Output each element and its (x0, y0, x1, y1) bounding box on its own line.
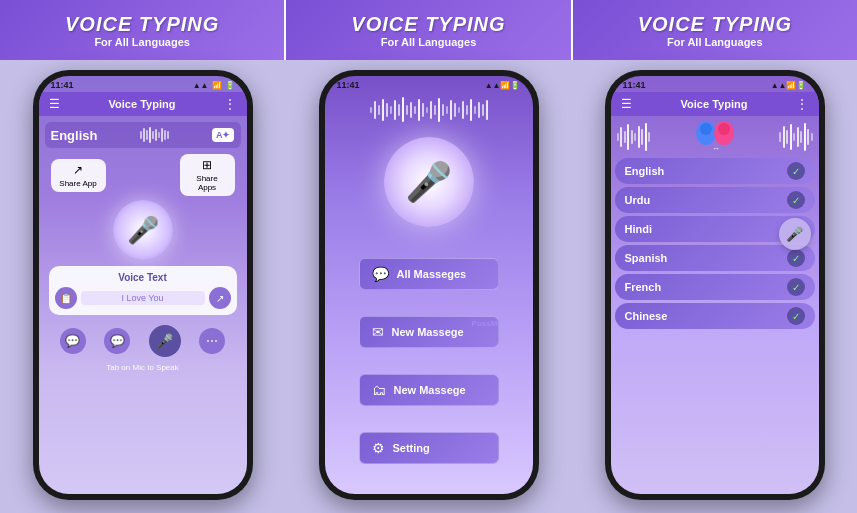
phone-2-frame: 11:41 ▲▲📶🔋 (319, 70, 539, 500)
phone-3-status-bar: 11:41 ▲▲📶🔋 (611, 76, 819, 92)
phone-3-wave-face-row: ↔ (611, 116, 819, 158)
phone-2-wrapper: 11:41 ▲▲📶🔋 (296, 70, 561, 503)
banner-1-title: VOICE TYPING (65, 13, 219, 36)
watermark: PossMore.com (472, 319, 529, 328)
lang-item-chinese[interactable]: Chinese ✓ (615, 303, 815, 329)
banner-2-subtitle: For All Languages (381, 36, 477, 48)
phone-3-status-icons: ▲▲📶🔋 (771, 81, 807, 90)
text-actions: 📋 I Love You ↗ (55, 287, 231, 309)
phone-2-menu: 💬 All Masseges ✉ New Massege 🗂 New Masse… (325, 232, 533, 494)
lang-item-urdu[interactable]: Urdu ✓ (615, 187, 815, 213)
bottom-mic-btn[interactable]: 🎤 (149, 325, 181, 357)
grid-icon: 🗂 (372, 382, 386, 398)
banner-1: VOICE TYPING For All Languages (0, 0, 284, 60)
lang-item-hindi[interactable]: Hindi 🎤 (615, 216, 815, 242)
banner-2: VOICE TYPING For All Languages (284, 0, 572, 60)
lang-check-spanish: ✓ (787, 249, 805, 267)
phone-3-time: 11:41 (623, 80, 646, 90)
tab-hint: Tab on Mic to Speak (45, 361, 241, 376)
share-app-btn-1[interactable]: ↗ Share App (51, 159, 106, 192)
top-banners: VOICE TYPING For All Languages VOICE TYP… (0, 0, 857, 60)
phone-1-time: 11:41 (51, 80, 74, 90)
phone-1-status-icons: ▲▲ 📶 🔋 (193, 81, 235, 90)
mic-main-icon: 🎤 (127, 215, 159, 246)
banner-1-subtitle: For All Languages (94, 36, 190, 48)
phone-3-frame: 11:41 ▲▲📶🔋 ☰ Voice Typing ⋮ (605, 70, 825, 500)
share-row: ↗ Share App ⊞ Share Apps (45, 154, 241, 196)
gear-icon: ⚙ (372, 440, 385, 456)
lang-item-spanish[interactable]: Spanish ✓ (615, 245, 815, 271)
phone-1-app-bar: ☰ Voice Typing ⋮ (39, 92, 247, 116)
phone-2-mic-icon: 🎤 (405, 160, 452, 204)
phone-3-app-bar: ☰ Voice Typing ⋮ (611, 92, 819, 116)
share-app-btn-2[interactable]: ⊞ Share Apps (180, 154, 235, 196)
phone-2-mic-circle[interactable]: 🎤 (384, 137, 474, 227)
translate-btn[interactable]: A✦ (212, 128, 235, 142)
lang-item-french[interactable]: French ✓ (615, 274, 815, 300)
face-icons: ↔ (690, 119, 740, 155)
lang-check-english: ✓ (787, 162, 805, 180)
lang-check-chinese: ✓ (787, 307, 805, 325)
phone-1-wrapper: 11:41 ▲▲ 📶 🔋 ☰ Voice Typing ⋮ (10, 70, 275, 503)
envelope-icon: ✉ (372, 324, 384, 340)
typed-text: I Love You (81, 291, 205, 305)
phone-1-status-bar: 11:41 ▲▲ 📶 🔋 (39, 76, 247, 92)
phone-2-mic-area: 🎤 (325, 127, 533, 232)
svg-point-3 (718, 123, 730, 135)
menu-all-messages[interactable]: 💬 All Masseges (359, 258, 499, 290)
lang-check-french: ✓ (787, 278, 805, 296)
messenger-btn[interactable]: 💬 (104, 328, 130, 354)
messages-icon: 💬 (372, 266, 389, 282)
phone-2-wave (325, 92, 533, 127)
share-icon-1: ↗ (59, 163, 98, 177)
more-share-btn[interactable]: ⋯ (199, 328, 225, 354)
mic-overlay-icon: 🎤 (786, 226, 803, 242)
lang-item-english[interactable]: English ✓ (615, 158, 815, 184)
phone-1-content: English (39, 116, 247, 494)
banner-3-subtitle: For All Languages (667, 36, 763, 48)
phone-2-status-bar: 11:41 ▲▲📶🔋 (325, 76, 533, 92)
language-list: English ✓ Urdu ✓ Hindi 🎤 (611, 158, 819, 494)
share-text-btn[interactable]: ↗ (209, 287, 231, 309)
hamburger-icon[interactable]: ☰ (49, 97, 60, 111)
phone-3-app-title: Voice Typing (681, 98, 748, 110)
svg-point-1 (700, 123, 712, 135)
phone-1-frame: 11:41 ▲▲ 📶 🔋 ☰ Voice Typing ⋮ (33, 70, 253, 500)
phones-container: 11:41 ▲▲ 📶 🔋 ☰ Voice Typing ⋮ (0, 60, 857, 513)
svg-text:↔: ↔ (712, 144, 720, 153)
phone-3-wrapper: 11:41 ▲▲📶🔋 ☰ Voice Typing ⋮ (582, 70, 847, 503)
more-icon-3[interactable]: ⋮ (796, 97, 808, 111)
phone-1-language: English (51, 128, 98, 143)
mic-main-circle[interactable]: 🎤 (113, 200, 173, 260)
banner-3: VOICE TYPING For All Languages (573, 0, 857, 60)
phone-1-screen: 11:41 ▲▲ 📶 🔋 ☰ Voice Typing ⋮ (39, 76, 247, 494)
more-icon-1[interactable]: ⋮ (224, 97, 236, 111)
lang-check-urdu: ✓ (787, 191, 805, 209)
phone-3-screen: 11:41 ▲▲📶🔋 ☰ Voice Typing ⋮ (611, 76, 819, 494)
banner-3-title: VOICE TYPING (638, 13, 792, 36)
phone-2-time: 11:41 (337, 80, 360, 90)
voice-text-title: Voice Text (55, 272, 231, 283)
bottom-actions: 💬 💬 🎤 ⋯ (45, 321, 241, 361)
menu-new-message-2[interactable]: 🗂 New Massege (359, 374, 499, 406)
banner-2-title: VOICE TYPING (351, 13, 505, 36)
phone-2-screen: 11:41 ▲▲📶🔋 (325, 76, 533, 494)
menu-setting[interactable]: ⚙ Setting (359, 432, 499, 464)
whatsapp-btn[interactable]: 💬 (60, 328, 86, 354)
copy-btn[interactable]: 📋 (55, 287, 77, 309)
mic-overlay[interactable]: 🎤 (779, 218, 811, 250)
hamburger-icon-3[interactable]: ☰ (621, 97, 632, 111)
phone-2-status-icons: ▲▲📶🔋 (485, 81, 521, 90)
voice-text-card: Voice Text 📋 I Love You ↗ (49, 266, 237, 315)
share-icon-2: ⊞ (188, 158, 227, 172)
phone-1-app-title: Voice Typing (109, 98, 176, 110)
